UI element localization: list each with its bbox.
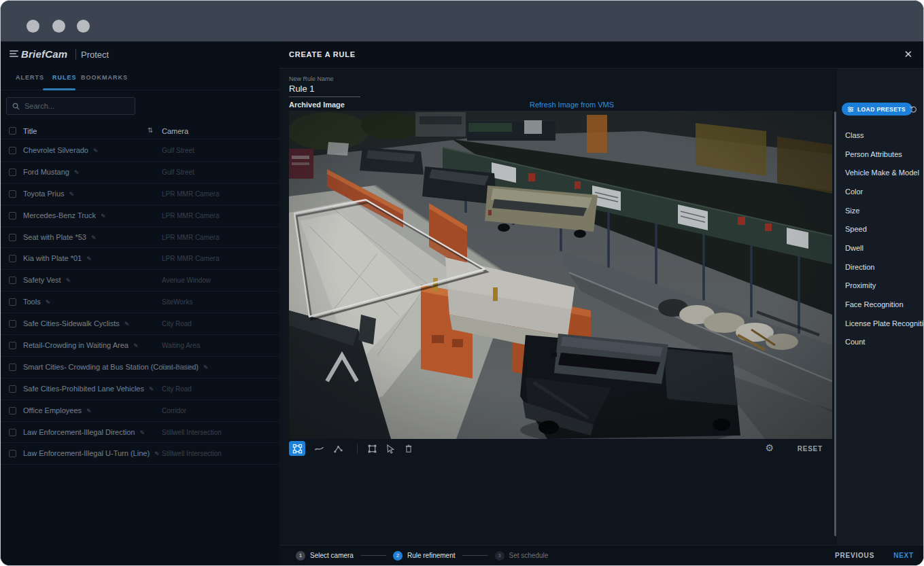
row-checkbox[interactable]: [9, 147, 16, 154]
table-row[interactable]: Office Employees✎Corridor: [1, 400, 279, 422]
table-row[interactable]: Retail-Crowding in Waiting Area✎Waiting …: [1, 335, 279, 357]
select-all-checkbox[interactable]: [9, 127, 16, 135]
edit-icon[interactable]: ✎: [124, 321, 130, 328]
edit-icon[interactable]: ✎: [86, 255, 92, 262]
row-checkbox[interactable]: [9, 407, 16, 414]
filter-item-direction[interactable]: Direction: [837, 258, 923, 277]
step-number: 1: [296, 551, 305, 561]
row-checkbox[interactable]: [9, 342, 16, 349]
search-input[interactable]: [24, 102, 120, 110]
previous-button[interactable]: PREVIOUS: [835, 552, 874, 559]
filter-item-speed[interactable]: Speed: [837, 219, 923, 238]
window-control-icon[interactable]: [77, 20, 90, 33]
edit-icon[interactable]: ✎: [46, 299, 51, 306]
row-checkbox[interactable]: [9, 277, 16, 284]
rule-title: Office Employees: [23, 406, 82, 414]
edit-icon[interactable]: ✎: [139, 429, 145, 436]
presets-icon: [847, 106, 854, 113]
rect-select-tool-button[interactable]: [364, 441, 380, 456]
polyline-nodes-icon: [333, 444, 343, 454]
row-checkbox[interactable]: [9, 298, 16, 306]
load-presets-button[interactable]: LOAD PRESETS: [842, 103, 912, 116]
screenshot-root: BriefCam Protect ALERTS RULES BOOKMARKS …: [0, 0, 924, 566]
table-row[interactable]: Safety Vest✎Avenue Window: [1, 270, 279, 291]
curve-line-tool-button[interactable]: [311, 441, 327, 456]
cursor-select-tool-button[interactable]: [382, 441, 398, 456]
tab-rules[interactable]: RULES: [52, 74, 77, 81]
row-checkbox[interactable]: [9, 450, 16, 457]
table-row[interactable]: Law Enforcement-Illegal Direction✎Stillw…: [1, 422, 279, 444]
tab-alerts[interactable]: ALERTS: [16, 74, 44, 81]
sort-icon[interactable]: ⇅: [148, 126, 153, 134]
filter-item-license-plate-recognition[interactable]: License Plate Recognition: [837, 314, 923, 333]
filter-item-class[interactable]: Class: [837, 126, 923, 145]
refresh-image-link[interactable]: Refresh Image from VMS: [530, 101, 614, 109]
table-row[interactable]: Safe Cities-Sidewalk Cyclists✎City Road: [1, 313, 279, 335]
camera-image-canvas[interactable]: [289, 111, 832, 439]
edit-icon[interactable]: ✎: [74, 169, 80, 176]
step-number: 3: [495, 551, 504, 561]
undo-icon[interactable]: [909, 104, 918, 116]
edit-icon[interactable]: ✎: [154, 450, 160, 457]
tab-bookmarks[interactable]: BOOKMARKS: [81, 74, 128, 81]
edit-icon[interactable]: ✎: [149, 386, 154, 393]
close-icon[interactable]: ✕: [904, 48, 912, 60]
toolbar-divider: [357, 444, 358, 454]
edit-icon[interactable]: ✎: [133, 342, 139, 349]
table-row[interactable]: Law Enforcement-Illegal U-Turn (Line)✎St…: [1, 443, 279, 465]
edit-icon[interactable]: ✎: [101, 213, 106, 219]
window-control-icon[interactable]: [52, 20, 65, 33]
edit-icon[interactable]: ✎: [86, 408, 92, 414]
filter-item-vehicle-make-model[interactable]: Vehicle Make & Model: [837, 163, 923, 182]
step-set-schedule[interactable]: 3 Set schedule: [495, 551, 549, 561]
next-button[interactable]: NEXT: [893, 552, 914, 559]
edit-icon[interactable]: ✎: [91, 234, 97, 241]
row-checkbox[interactable]: [9, 364, 16, 371]
rule-title: Safe Cities-Sidewalk Cyclists: [23, 319, 120, 328]
row-checkbox[interactable]: [9, 169, 16, 176]
filter-item-proximity[interactable]: Proximity: [837, 277, 923, 296]
window-control-icon[interactable]: [27, 20, 39, 33]
step-rule-refinement[interactable]: 2 Rule refinement: [393, 551, 456, 561]
rule-name-input[interactable]: [289, 82, 360, 97]
row-checkbox[interactable]: [9, 385, 16, 393]
table-row[interactable]: Safe Cities-Prohibited Lane Vehicles✎Cit…: [1, 378, 279, 400]
row-checkbox[interactable]: [9, 320, 16, 328]
step-select-camera[interactable]: 1 Select camera: [296, 551, 354, 561]
row-checkbox[interactable]: [9, 190, 16, 198]
filter-item-size[interactable]: Size: [837, 201, 923, 220]
rule-camera: Waiting Area: [162, 342, 200, 349]
brand-separator: [75, 49, 76, 60]
row-checkbox[interactable]: [9, 234, 16, 241]
table-row[interactable]: Seat with Plate *53✎LPR MMR Camera: [1, 227, 279, 249]
gear-icon[interactable]: ⚙: [765, 443, 774, 453]
row-checkbox[interactable]: [9, 212, 16, 219]
filter-item-color[interactable]: Color: [837, 182, 923, 201]
zone-draw-tool-button[interactable]: [289, 441, 305, 456]
filter-item-count[interactable]: Count: [837, 333, 923, 352]
edit-icon[interactable]: ✎: [66, 277, 71, 284]
table-row[interactable]: Chevrolet Silverado✎Gulf Street: [1, 140, 279, 162]
filter-item-face-recognition[interactable]: Face Recognition: [837, 295, 923, 314]
rule-camera: Gulf Street: [162, 169, 194, 176]
table-row[interactable]: Kia with Plate *01✎LPR MMR Camera: [1, 248, 279, 270]
row-checkbox[interactable]: [9, 429, 16, 436]
column-title: Title: [23, 127, 37, 135]
filter-item-person-attributes[interactable]: Person Attributes: [837, 145, 923, 164]
table-row[interactable]: Smart Cities- Crowding at Bus Station (C…: [1, 357, 279, 378]
edit-icon[interactable]: ✎: [93, 147, 99, 154]
reset-button[interactable]: RESET: [798, 445, 823, 453]
table-row[interactable]: Mercedes-Benz Truck✎LPR MMR Camera: [1, 205, 279, 227]
edit-icon[interactable]: ✎: [203, 364, 209, 371]
row-checkbox[interactable]: [9, 255, 16, 262]
table-row[interactable]: Ford Mustang✎Gulf Street: [1, 162, 279, 183]
polyline-tool-button[interactable]: [330, 441, 346, 456]
search-box[interactable]: [6, 97, 135, 115]
filters-scrollbar[interactable]: [834, 111, 836, 536]
step-label: Set schedule: [509, 552, 549, 559]
filter-item-dwell[interactable]: Dwell: [837, 238, 923, 258]
table-row[interactable]: Tools✎SiteWorks: [1, 291, 279, 313]
edit-icon[interactable]: ✎: [69, 191, 75, 198]
table-row[interactable]: Toyota Prius✎LPR MMR Camera: [1, 183, 279, 205]
delete-shape-tool-button[interactable]: [400, 441, 417, 456]
